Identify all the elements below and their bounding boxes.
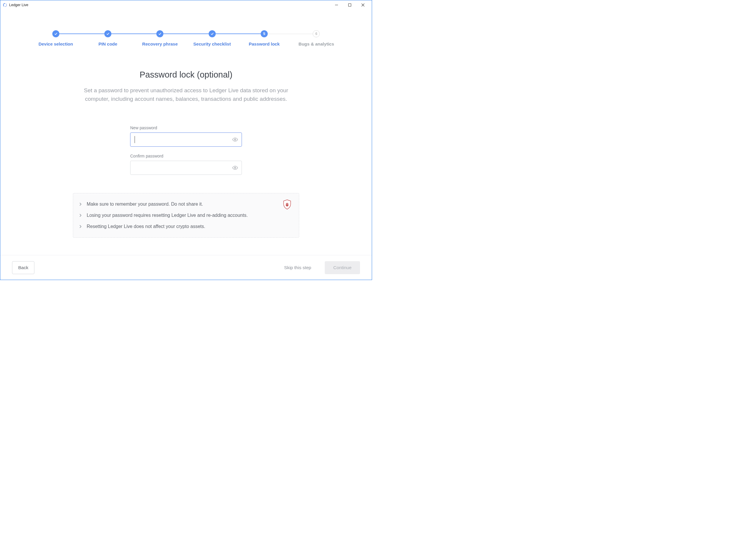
- app-icon: [3, 3, 7, 7]
- step-connector: [160, 33, 212, 34]
- step-5: 5Password lock: [238, 30, 290, 46]
- confirm-password-input[interactable]: [130, 161, 242, 175]
- step-6: 6Bugs & analytics: [290, 30, 343, 46]
- svg-point-5: [234, 167, 236, 168]
- back-button[interactable]: Back: [12, 261, 34, 274]
- step-1: Device selection: [30, 30, 82, 46]
- step-label: Security checklist: [193, 41, 231, 46]
- text-cursor: [135, 136, 135, 143]
- step-3: Recovery phrase: [134, 30, 186, 46]
- step-connector: [212, 33, 264, 34]
- step-2: PIN code: [82, 30, 134, 46]
- check-icon: [156, 30, 163, 37]
- shield-hand-icon: [283, 199, 292, 210]
- warning-item: Resetting Ledger Live does not affect yo…: [78, 224, 290, 229]
- svg-point-4: [234, 139, 236, 140]
- svg-rect-1: [348, 4, 351, 6]
- warning-text: Losing your password requires resetting …: [87, 213, 248, 218]
- step-label: Password lock: [249, 41, 280, 46]
- confirm-password-wrap: [130, 161, 242, 175]
- new-password-wrap: [130, 133, 242, 146]
- titlebar: Ledger Live: [0, 0, 372, 10]
- continue-button[interactable]: Continue: [325, 261, 360, 274]
- password-form: New password Confirm password: [130, 126, 242, 182]
- app-window: Ledger Live Device selectionPIN codeReco…: [0, 0, 372, 280]
- check-icon: [104, 30, 111, 37]
- main: Password lock (optional) Set a password …: [0, 46, 372, 255]
- onboarding-stepper: Device selectionPIN codeRecovery phraseS…: [0, 10, 372, 46]
- warning-text: Resetting Ledger Live does not affect yo…: [87, 224, 205, 229]
- chevron-right-icon: [78, 202, 83, 206]
- step-label: Device selection: [38, 41, 73, 46]
- close-button[interactable]: [356, 1, 369, 9]
- step-4: Security checklist: [186, 30, 238, 46]
- step-label: Recovery phrase: [142, 41, 178, 46]
- toggle-visibility-icon[interactable]: [232, 165, 238, 171]
- step-connector: [108, 33, 160, 34]
- window-title: Ledger Live: [9, 3, 28, 7]
- warning-box: Make sure to remember your password. Do …: [73, 193, 299, 238]
- minimize-button[interactable]: [330, 1, 343, 9]
- check-icon: [209, 30, 216, 37]
- page-title: Password lock (optional): [139, 70, 232, 79]
- footer: Back Skip this step Continue: [0, 255, 372, 280]
- page-description: Set a password to prevent unauthorized a…: [71, 86, 301, 103]
- warning-item: Losing your password requires resetting …: [78, 213, 290, 218]
- warning-item: Make sure to remember your password. Do …: [78, 202, 290, 207]
- step-label: Bugs & analytics: [299, 41, 334, 46]
- new-password-label: New password: [130, 126, 242, 130]
- skip-step-button[interactable]: Skip this step: [278, 261, 317, 274]
- chevron-right-icon: [78, 225, 83, 228]
- toggle-visibility-icon[interactable]: [232, 136, 238, 143]
- confirm-password-label: Confirm password: [130, 154, 242, 158]
- step-connector: [56, 33, 108, 34]
- step-connector: [264, 34, 316, 34]
- check-icon: [52, 30, 59, 37]
- chevron-right-icon: [78, 213, 83, 217]
- content-area: Device selectionPIN codeRecovery phraseS…: [0, 10, 372, 280]
- new-password-input[interactable]: [130, 133, 242, 146]
- window-controls: [330, 1, 369, 9]
- maximize-button[interactable]: [343, 1, 356, 9]
- step-number-icon: 5: [261, 30, 268, 37]
- step-number-icon: 6: [313, 30, 320, 37]
- step-label: PIN code: [98, 41, 117, 46]
- warning-text: Make sure to remember your password. Do …: [87, 202, 203, 207]
